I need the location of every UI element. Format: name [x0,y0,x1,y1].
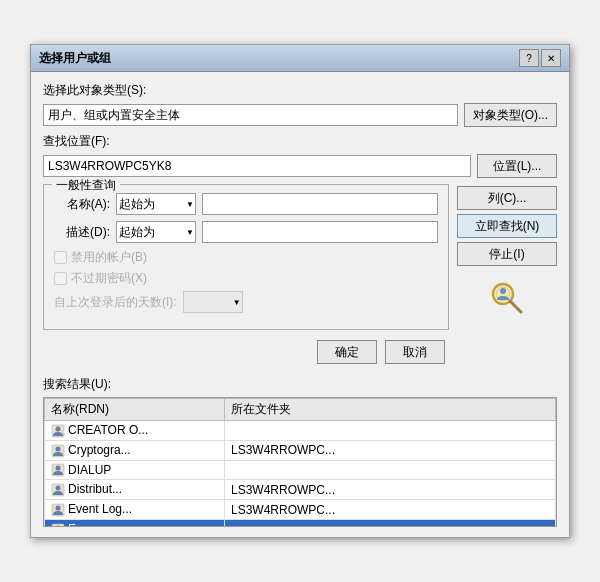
name-input[interactable] [202,193,438,215]
table-header-row: 名称(RDN) 所在文件夹 [45,399,556,421]
user-icon [51,483,65,497]
disabled-accounts-row: 禁用的帐户(B) [54,249,438,266]
location-button[interactable]: 位置(L)... [477,154,557,178]
location-input[interactable] [43,155,471,177]
cell-folder [225,520,556,527]
user-icon [51,444,65,458]
col-folder-header: 所在文件夹 [225,399,556,421]
dialog-body: 选择此对象类型(S): 对象类型(O)... 查找位置(F): 位置(L)...… [31,72,569,537]
table-row[interactable]: Distribut...LS3W4RROWPC... [45,480,556,500]
object-type-button[interactable]: 对象类型(O)... [464,103,557,127]
noexpire-pwd-label: 不过期密码(X) [71,270,147,287]
close-button[interactable]: ✕ [541,49,561,67]
search-now-button[interactable]: 立即查找(N) [457,214,557,238]
object-type-row: 对象类型(O)... [43,103,557,127]
desc-combo[interactable]: 起始为 精确匹配 包含 [116,221,196,243]
svg-point-11 [56,486,61,491]
right-panel: 列(C)... 立即查找(N) 停止(I) [457,184,557,372]
svg-point-7 [56,446,61,451]
user-icon [51,503,65,517]
cell-name: DIALUP [45,460,225,480]
title-bar: 选择用户或组 ? ✕ [31,45,569,72]
cell-folder: LS3W4RROWPC... [225,500,556,520]
cell-folder: LS3W4RROWPC... [225,480,556,500]
help-button[interactable]: ? [519,49,539,67]
dialog-title: 选择用户或组 [39,50,111,67]
desc-row: 描述(D): 起始为 精确匹配 包含 ▼ [54,221,438,243]
noexpire-pwd-checkbox[interactable] [54,272,67,285]
cell-name: Everyone [45,520,225,527]
groupbox-title: 一般性查询 [52,177,120,194]
cell-folder [225,421,556,441]
object-type-input[interactable] [43,104,458,126]
cancel-button[interactable]: 取消 [385,340,445,364]
days-row: 自上次登录后的天数(I): ▼ [54,291,438,313]
location-label: 查找位置(F): [43,133,557,150]
svg-line-2 [510,301,521,312]
main-content: 一般性查询 名称(A): 起始为 精确匹配 包含 ▼ [43,184,557,372]
table-row[interactable]: Cryptogra...LS3W4RROWPC... [45,440,556,460]
cell-name: Cryptogra... [45,440,225,460]
noexpire-pwd-row: 不过期密码(X) [54,270,438,287]
desc-combo-wrapper: 起始为 精确匹配 包含 ▼ [116,221,196,243]
search-icon [489,280,525,316]
cell-name: Distribut... [45,480,225,500]
columns-button[interactable]: 列(C)... [457,186,557,210]
col-name-header: 名称(RDN) [45,399,225,421]
cell-folder [225,460,556,480]
days-combo-wrapper: ▼ [183,291,243,313]
general-query-groupbox: 一般性查询 名称(A): 起始为 精确匹配 包含 ▼ [43,184,449,330]
results-table-wrapper[interactable]: 名称(RDN) 所在文件夹 CREATOR O... Cryptogra...L… [43,397,557,527]
svg-point-13 [56,506,61,511]
name-row: 名称(A): 起始为 精确匹配 包含 ▼ [54,193,438,215]
results-section: 搜索结果(U): 名称(RDN) 所在文件夹 CREATOR O... Cryp… [43,376,557,527]
user-icon [51,463,65,477]
table-row[interactable]: Everyone [45,520,556,527]
bottom-buttons: 确定 取消 [43,340,445,364]
search-icon-area [457,280,557,316]
disabled-accounts-checkbox[interactable] [54,251,67,264]
desc-label: 描述(D): [54,224,110,241]
ok-button[interactable]: 确定 [317,340,377,364]
table-row[interactable]: Event Log...LS3W4RROWPC... [45,500,556,520]
location-row: 位置(L)... [43,154,557,178]
title-bar-buttons: ? ✕ [519,49,561,67]
results-label: 搜索结果(U): [43,376,557,393]
days-label: 自上次登录后的天数(I): [54,294,177,311]
svg-point-9 [56,466,61,471]
left-content: 一般性查询 名称(A): 起始为 精确匹配 包含 ▼ [43,184,449,372]
table-row[interactable]: DIALUP [45,460,556,480]
cell-name: Event Log... [45,500,225,520]
user-icon [51,523,65,527]
name-combo[interactable]: 起始为 精确匹配 包含 [116,193,196,215]
name-label: 名称(A): [54,196,110,213]
disabled-accounts-label: 禁用的帐户(B) [71,249,147,266]
cell-name: CREATOR O... [45,421,225,441]
days-combo[interactable] [183,291,243,313]
cell-folder: LS3W4RROWPC... [225,440,556,460]
results-table: 名称(RDN) 所在文件夹 CREATOR O... Cryptogra...L… [44,398,556,527]
svg-point-3 [500,288,506,294]
object-type-label: 选择此对象类型(S): [43,82,557,99]
user-icon [51,424,65,438]
svg-point-5 [56,426,61,431]
select-user-dialog: 选择用户或组 ? ✕ 选择此对象类型(S): 对象类型(O)... 查找位置(F… [30,44,570,538]
desc-input[interactable] [202,221,438,243]
name-combo-wrapper: 起始为 精确匹配 包含 ▼ [116,193,196,215]
table-row[interactable]: CREATOR O... [45,421,556,441]
stop-button[interactable]: 停止(I) [457,242,557,266]
